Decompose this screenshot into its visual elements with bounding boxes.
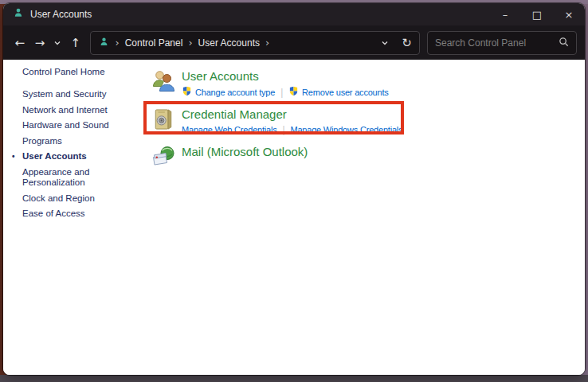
mail-icon[interactable] bbox=[150, 145, 177, 169]
sidebar-item-hardware-and-sound[interactable]: Hardware and Sound bbox=[22, 120, 121, 131]
task-link-label: Remove user accounts bbox=[302, 88, 389, 97]
refresh-icon[interactable]: ↻ bbox=[396, 33, 417, 53]
breadcrumb-chevron-icon[interactable]: › bbox=[115, 37, 119, 49]
sidebar-item-clock-and-region[interactable]: Clock and Region bbox=[22, 193, 121, 205]
credential-manager-safe-icon[interactable] bbox=[150, 107, 177, 131]
sidebar-item-appearance-and-personalization[interactable]: Appearance and Personalization bbox=[22, 167, 121, 189]
sidebar-item-network-and-internet[interactable]: Network and Internet bbox=[22, 105, 121, 116]
credential-manager-task-links: Manage Web Credentials | Manage Windows … bbox=[182, 124, 402, 135]
up-button[interactable]: ↑ bbox=[65, 33, 85, 53]
remove-user-accounts-link[interactable]: Remove user accounts bbox=[288, 86, 389, 98]
search-box[interactable] bbox=[427, 31, 577, 55]
breadcrumb-chevron-icon[interactable]: › bbox=[188, 37, 192, 49]
link-separator: | bbox=[280, 87, 283, 98]
credential-manager-heading[interactable]: Credential Manager bbox=[182, 107, 402, 122]
navigation-bar: ← → ↑ › Control Panel › User Accounts › bbox=[3, 25, 585, 60]
search-icon[interactable] bbox=[559, 36, 569, 50]
window-controls: – □ × bbox=[489, 3, 585, 25]
recent-pages-chevron-down-icon[interactable] bbox=[50, 33, 65, 53]
task-link-label: Manage Windows Credentials bbox=[290, 125, 402, 134]
forward-button[interactable]: → bbox=[29, 33, 49, 53]
mail-heading[interactable]: Mail (Microsoft Outlook) bbox=[182, 145, 308, 159]
user-accounts-task-links: Change account type | bbox=[182, 86, 389, 98]
section-user-accounts: User Accounts bbox=[150, 69, 402, 98]
title-bar[interactable]: User Accounts – □ × bbox=[3, 3, 585, 25]
sidebar-item-user-accounts[interactable]: • User Accounts bbox=[22, 151, 121, 162]
user-accounts-app-icon bbox=[13, 7, 24, 21]
sidebar-item-programs[interactable]: Programs bbox=[22, 136, 121, 147]
breadcrumb-user-accounts[interactable]: User Accounts bbox=[198, 37, 260, 49]
close-button[interactable]: × bbox=[553, 3, 585, 25]
active-item-bullet-icon: • bbox=[12, 151, 15, 162]
uac-shield-icon bbox=[182, 86, 192, 98]
section-credential-manager: Credential Manager Manage Web Credential… bbox=[150, 107, 402, 135]
desktop-background: User Accounts – □ × ← → ↑ bbox=[0, 0, 588, 382]
window-title: User Accounts bbox=[30, 9, 92, 20]
breadcrumb-user-icon bbox=[99, 37, 109, 49]
back-button[interactable]: ← bbox=[10, 33, 29, 53]
content-area: Control Panel Home System and Security N… bbox=[3, 60, 585, 375]
search-input[interactable] bbox=[435, 37, 559, 49]
control-panel-window: User Accounts – □ × ← → ↑ bbox=[3, 3, 585, 375]
sidebar-item-system-and-security[interactable]: System and Security bbox=[22, 89, 121, 100]
taskbar-edge bbox=[0, 375, 588, 382]
maximize-button[interactable]: □ bbox=[521, 3, 553, 25]
task-link-label: Manage Web Credentials bbox=[182, 125, 277, 134]
address-dropdown-chevron-down-icon[interactable] bbox=[374, 33, 396, 53]
user-accounts-heading[interactable]: User Accounts bbox=[182, 69, 389, 84]
breadcrumb-chevron-icon[interactable]: › bbox=[265, 37, 269, 49]
uac-shield-icon bbox=[288, 86, 299, 98]
sidebar-item-ease-of-access[interactable]: Ease of Access bbox=[22, 209, 121, 220]
breadcrumb-control-panel[interactable]: Control Panel bbox=[125, 37, 183, 49]
sidebar-item-label: User Accounts bbox=[22, 151, 87, 161]
minimize-button[interactable]: – bbox=[489, 3, 521, 25]
sidebar: Control Panel Home System and Security N… bbox=[22, 67, 127, 224]
category-list: User Accounts bbox=[150, 69, 402, 172]
user-accounts-icon[interactable] bbox=[150, 69, 177, 93]
address-bar[interactable]: › Control Panel › User Accounts › ↻ bbox=[90, 31, 420, 55]
sidebar-item-control-panel-home[interactable]: Control Panel Home bbox=[22, 67, 127, 76]
task-link-label: Change account type bbox=[195, 88, 275, 97]
manage-web-credentials-link[interactable]: Manage Web Credentials bbox=[182, 125, 277, 134]
address-bar-buttons: ↻ bbox=[374, 33, 417, 53]
section-mail: Mail (Microsoft Outlook) bbox=[150, 145, 402, 172]
link-separator: | bbox=[283, 124, 285, 135]
manage-windows-credentials-link[interactable]: Manage Windows Credentials bbox=[290, 125, 402, 134]
change-account-type-link[interactable]: Change account type bbox=[182, 86, 275, 98]
